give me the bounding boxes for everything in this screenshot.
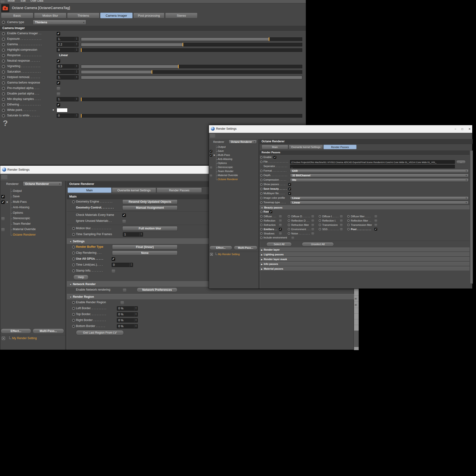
- sidebar-divider[interactable]: [65, 181, 67, 350]
- spinner-arrows-icon[interactable]: ▲▼: [75, 70, 78, 74]
- effect-button[interactable]: Effect...: [1, 328, 31, 334]
- group-header-render-region[interactable]: ▼Render Region: [67, 294, 354, 300]
- param-radio[interactable]: [260, 197, 262, 199]
- multi-pass-button[interactable]: Multi-Pass...: [234, 246, 257, 250]
- menu-item-edit[interactable]: Edit: [21, 0, 26, 2]
- help-icon[interactable]: ?: [3, 119, 8, 128]
- value-spinner[interactable]: 0▲▼: [57, 114, 79, 118]
- pass-radio[interactable]: [347, 224, 350, 226]
- maximize-button[interactable]: □: [461, 127, 463, 131]
- param-radio[interactable]: [72, 257, 75, 260]
- select-all-button[interactable]: Select All: [266, 242, 292, 247]
- spinner-arrows-icon[interactable]: ▲▼: [75, 65, 78, 68]
- pass-checkbox[interactable]: [340, 223, 343, 226]
- pass-radio[interactable]: [260, 220, 262, 222]
- text-field[interactable]: Z:\Active Projects\Ohio Machine\01 VFX\0…: [290, 160, 455, 164]
- spinner-arrows-icon[interactable]: ▲▼: [75, 43, 78, 46]
- camera-type-dropdown[interactable]: Thinlens ▼: [33, 20, 86, 25]
- param-radio[interactable]: [72, 200, 75, 203]
- pass-checkbox[interactable]: [311, 228, 314, 231]
- param-slider[interactable]: [81, 98, 302, 101]
- menu-item-mode[interactable]: Mode: [8, 0, 15, 2]
- param-radio[interactable]: [2, 54, 5, 57]
- tab-main[interactable]: Main: [262, 145, 288, 149]
- tab-stereo[interactable]: Stereo: [165, 13, 198, 18]
- close-button[interactable]: ✕: [468, 127, 471, 131]
- value-spinner[interactable]: 1▲▼: [123, 232, 143, 237]
- value-spinner[interactable]: 1.▲▼: [57, 70, 79, 74]
- param-slider[interactable]: [81, 43, 302, 46]
- tab-main[interactable]: Main: [68, 187, 111, 193]
- render-setting-row[interactable]: My Render Setting: [209, 252, 258, 257]
- pass-checkbox[interactable]: [311, 215, 314, 218]
- param-radio[interactable]: [260, 174, 262, 177]
- value-button[interactable]: Resend Only Updated Objects: [122, 200, 178, 204]
- param-checkbox[interactable]: ✔: [288, 187, 291, 190]
- param-radio[interactable]: [72, 270, 75, 272]
- pass-checkbox[interactable]: [279, 223, 282, 226]
- param-checkbox[interactable]: ✔: [270, 210, 272, 213]
- window-title-bar[interactable]: Render Settings − □ ✕: [209, 125, 472, 133]
- value-button[interactable]: None: [112, 251, 178, 255]
- spinner-arrows-icon[interactable]: ▲▼: [134, 306, 137, 310]
- pass-checkbox[interactable]: [279, 215, 282, 218]
- pass-radio[interactable]: [319, 215, 321, 218]
- group-header-info-passes[interactable]: ▶Info passes: [260, 262, 470, 266]
- pass-radio[interactable]: [347, 215, 350, 218]
- sidebar-item-octane-renderer[interactable]: Octane Renderer: [13, 233, 36, 236]
- param-radio[interactable]: [72, 307, 75, 310]
- param-checkbox[interactable]: ✔: [288, 192, 291, 195]
- param-radio[interactable]: [260, 211, 262, 213]
- expand-arrow-icon[interactable]: ▶: [214, 154, 215, 156]
- value-button[interactable]: Float (linear): [112, 245, 178, 249]
- param-checkbox[interactable]: ✔: [288, 183, 291, 186]
- tab-thinlens[interactable]: Thinlens: [67, 13, 100, 18]
- param-checkbox[interactable]: ✔: [57, 81, 60, 85]
- pass-checkbox[interactable]: [340, 228, 343, 231]
- sidebar-item-octane-renderer[interactable]: Octane Renderer: [218, 178, 238, 181]
- value-spinner[interactable]: 0 %▲▼: [117, 312, 138, 317]
- expand-arrow-icon[interactable]: ▶: [53, 109, 54, 111]
- renderer-dropdown[interactable]: Octane Renderer ▼: [23, 181, 62, 186]
- param-checkbox[interactable]: [291, 236, 294, 239]
- pass-radio[interactable]: [288, 215, 290, 218]
- browse-button[interactable]: ...: [456, 160, 466, 164]
- pass-radio[interactable]: [347, 220, 350, 222]
- param-radio[interactable]: [2, 98, 5, 101]
- render-setting-row[interactable]: My Render Setting: [0, 335, 65, 341]
- pass-checkbox[interactable]: ✔: [374, 228, 377, 231]
- tree-checkbox[interactable]: [210, 166, 212, 169]
- value-button[interactable]: Full motion blur: [122, 226, 178, 231]
- param-checkbox[interactable]: [57, 87, 60, 90]
- value-spinner[interactable]: 0 %▲▼: [117, 324, 138, 328]
- get-last-region-from-lv-button[interactable]: Get Last Region From LV: [76, 330, 124, 335]
- pass-checkbox[interactable]: [311, 219, 314, 222]
- tab-post-processing[interactable]: Post processing: [133, 13, 165, 18]
- expand-arrow-icon[interactable]: ▶: [7, 201, 8, 203]
- value-spinner[interactable]: 1.▲▼: [57, 97, 79, 102]
- param-checkbox[interactable]: [123, 288, 126, 292]
- sidebar-item-output[interactable]: Output: [13, 189, 22, 192]
- tree-checkbox[interactable]: ✔: [1, 195, 5, 199]
- pass-checkbox[interactable]: [311, 232, 314, 235]
- param-radio[interactable]: [72, 263, 75, 266]
- tab-camera-imager[interactable]: Camera Imager: [100, 13, 133, 18]
- pass-checkbox[interactable]: ✔: [279, 228, 282, 231]
- pass-radio[interactable]: [260, 215, 262, 218]
- param-radio[interactable]: [260, 170, 262, 172]
- sidebar-item-multi-pass[interactable]: Multi-Pass: [13, 200, 27, 204]
- param-checkbox[interactable]: [122, 220, 126, 223]
- param-radio[interactable]: [2, 103, 5, 106]
- value-dropdown[interactable]: Rle▼: [290, 178, 469, 182]
- param-radio[interactable]: [260, 156, 262, 158]
- tree-checkbox[interactable]: [1, 217, 5, 221]
- sidebar-item-save[interactable]: Save: [13, 195, 20, 198]
- tab-motion-blur[interactable]: Motion Blur: [34, 13, 67, 18]
- camera-type-radio[interactable]: [2, 21, 5, 24]
- tab-overwrite-kernel-settings[interactable]: Overwrite kernel Settings: [289, 145, 323, 149]
- param-radio[interactable]: [72, 246, 75, 249]
- pass-radio[interactable]: [260, 232, 262, 235]
- param-checkbox[interactable]: ✔: [273, 156, 276, 159]
- group-header-lighting-passes[interactable]: ▶Lighting passes: [260, 252, 470, 256]
- spinner-arrows-icon[interactable]: ▲▼: [139, 233, 143, 236]
